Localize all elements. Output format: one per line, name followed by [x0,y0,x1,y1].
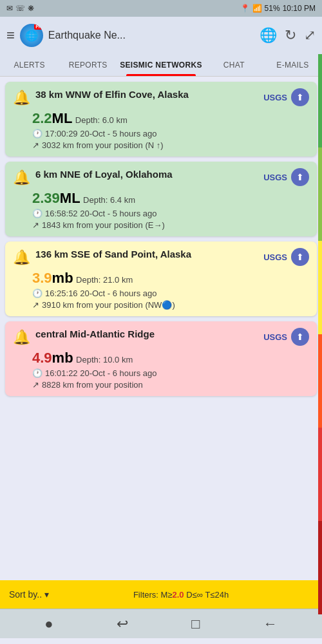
status-left: ✉ ☏ ❋ [6,4,34,13]
app-title: Earthquake Ne... [48,30,254,41]
signal-icon: ❋ [28,4,34,13]
clock-icon-1: 🕐 [32,129,43,138]
stripe-light-green [318,147,322,241]
eq-depth-value-2: 6.4 km [110,195,135,205]
share-button-1[interactable]: ⬆ [291,88,309,106]
earthquake-icon-3: 🔔 [13,249,30,266]
stripe-dark-red [318,521,322,614]
nav-bar: ● ↩ □ ← [0,609,322,638]
eq-title-1: 38 km WNW of Elfin Cove, Alaska [35,88,189,101]
earthquake-card-2[interactable]: 🔔 6 km NNE of Loyal, Oklahoma USGS ⬆ 2.3… [5,162,317,236]
earthquake-card-4[interactable]: 🔔 central Mid-Atlantic Ridge USGS ⬆ 4.9m… [5,321,317,396]
tab-reports[interactable]: REPORTS [59,54,117,76]
filter-time: T≤24h [205,590,229,600]
share-button-4[interactable]: ⬆ [291,328,309,346]
eq-magtype-3: mb [52,270,73,286]
eq-magtype-1: ML [52,110,73,126]
phone-icon: ☏ [15,4,25,13]
app-logo: 🌐 Pro [20,24,43,47]
eq-title-2: 6 km NNE of Loyal, Oklahoma [35,168,173,181]
globe-icon[interactable]: 🌐 [260,27,277,44]
eq-title-3: 136 km SSE of Sand Point, Alaska [35,248,191,261]
eq-depth-value-1: 6.0 km [102,115,128,125]
sort-dropdown-icon: ▾ [44,589,49,600]
tab-bar: ALERTS REPORTS SEISMIC NETWORKS CHAT E-M… [0,54,322,77]
location-icon: 📍 [240,4,250,13]
eq-magnitude-1: 2.2 [32,110,52,126]
clock-icon-2: 🕐 [32,209,43,218]
stripe-yellow [318,241,322,334]
earthquake-list: 🔔 38 km WNW of Elfin Cove, Alaska USGS ⬆… [0,77,322,580]
eq-time-3: 16:25:16 20-Oct - 6 hours ago [45,289,156,298]
filter-distance: D≤∞ [186,590,203,600]
eq-magnitude-4: 4.9 [32,350,52,366]
filter-info: Filters: M≥2.0 D≤∞ T≤24h [49,590,313,600]
share-button-3[interactable]: ⬆ [291,248,309,266]
stripe-green [318,54,322,147]
eq-title-4: central Mid-Atlantic Ridge [35,328,155,341]
source-badge-4: USGS [263,332,287,342]
overview-nav-button[interactable]: □ [191,616,200,632]
source-badge-3: USGS [263,252,287,262]
eq-distance-3: 3910 km from your position (NW🔵) [42,300,175,310]
share-button-2[interactable]: ⬆ [291,168,309,186]
clock-icon-4: 🕐 [32,368,43,378]
expand-icon[interactable]: ⤢ [304,27,316,44]
eq-time-1: 17:00:29 20-Oct - 5 hours ago [45,129,156,138]
eq-depth-value-4: 10.0 km [103,355,133,365]
distance-icon-4: ↗ [32,380,39,390]
source-badge-1: USGS [263,93,287,102]
eq-distance-2: 1843 km from your position (E→) [42,220,165,230]
sort-by-label: Sort by.. [9,589,42,600]
status-bar: ✉ ☏ ❋ 📍 📶 51% 10:10 PM [0,0,322,17]
eq-time-4: 16:01:22 20-Oct - 6 hours ago [45,368,156,378]
wifi-icon: 📶 [252,4,262,13]
earthquake-icon-1: 🔔 [13,90,30,106]
pro-badge: Pro [34,24,43,30]
back-nav-button[interactable]: ← [263,616,278,632]
stripe-orange [318,334,322,428]
menu-icon[interactable]: ≡ [6,27,15,44]
battery-level: 51% [265,4,280,13]
source-badge-2: USGS [263,173,287,182]
refresh-icon[interactable]: ↻ [285,27,296,44]
eq-distance-4: 8828 km from your position [42,380,143,390]
eq-magtype-4: mb [52,350,73,366]
eq-distance-1: 3032 km from your position (N ↑) [42,140,164,150]
right-stripe [318,54,322,614]
eq-depth-value-3: 21.0 km [103,275,133,285]
tab-seismic-networks[interactable]: SEISMIC NETWORKS [117,54,204,76]
eq-depth-label-2: Depth: [83,195,110,205]
distance-icon-2: ↗ [32,220,39,230]
recents-nav-button[interactable]: ↩ [117,616,128,632]
top-bar: ≡ 🌐 Pro Earthquake Ne... 🌐 ↻ ⤢ [0,17,322,54]
sort-by-control[interactable]: Sort by.. ▾ [9,589,49,600]
eq-depth-label-1: Depth: [75,115,102,125]
earthquake-icon-4: 🔔 [13,329,30,346]
distance-icon-1: ↗ [32,140,39,150]
mail-icon: ✉ [6,4,13,13]
tab-emails[interactable]: E-MAILS [263,54,322,76]
home-nav-button[interactable]: ● [44,616,53,632]
top-bar-actions: 🌐 ↻ ⤢ [260,27,316,44]
eq-depth-label-3: Depth: [76,275,103,285]
filter-bar: Sort by.. ▾ Filters: M≥2.0 D≤∞ T≤24h [0,580,322,609]
tab-alerts[interactable]: ALERTS [0,54,59,76]
clock-icon-3: 🕐 [32,289,43,298]
stripe-red [318,428,322,521]
filter-magnitude: 2.0 [173,590,184,600]
clock-time: 10:10 PM [283,4,316,13]
eq-magnitude-3: 3.9 [32,270,52,286]
eq-magtype-2: ML [60,190,80,206]
eq-time-2: 16:58:52 20-Oct - 5 hours ago [45,209,156,218]
filter-prefix: Filters: M≥ [133,590,173,600]
status-right: 📍 📶 51% 10:10 PM [240,4,316,13]
earthquake-card-3[interactable]: 🔔 136 km SSE of Sand Point, Alaska USGS … [5,242,317,316]
tab-chat[interactable]: CHAT [205,54,263,76]
eq-magnitude-2: 2.39 [32,190,60,206]
distance-icon-3: ↗ [32,300,39,310]
earthquake-icon-2: 🔔 [13,169,30,186]
earthquake-card-1[interactable]: 🔔 38 km WNW of Elfin Cove, Alaska USGS ⬆… [5,82,317,156]
eq-depth-label-4: Depth: [76,355,103,365]
